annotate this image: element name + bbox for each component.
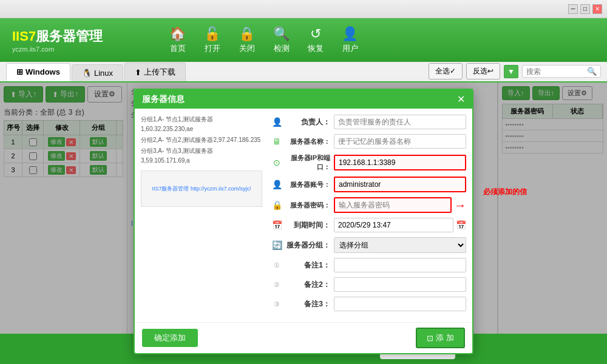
add-button[interactable]: ⊡ 添 加: [416, 328, 465, 348]
manager-label: 负责人：: [285, 117, 334, 127]
upload-icon: ⬆: [135, 68, 141, 77]
form-row-group: 🔄 服务器分组： 选择分组: [268, 237, 466, 253]
manager-icon: 👤: [268, 117, 285, 127]
tab-windows[interactable]: ⊞ Windows: [6, 63, 70, 81]
modal-footer: 确定添加 ⊡ 添 加: [135, 322, 472, 353]
dropdown-icon: ▼: [507, 67, 515, 76]
nav-bar: 🏠 首页 🔓 打开 🔒 关闭 🔍 检测 ↺ 恢复 👤 用户: [163, 24, 364, 56]
close-button[interactable]: ✕: [592, 4, 602, 14]
app-subtitle: yczm.iis7.com: [12, 46, 103, 53]
note3-icon: ③: [268, 300, 285, 308]
minimize-button[interactable]: ─: [568, 4, 578, 14]
note1-label: 备注1：: [285, 260, 334, 271]
detect-icon: 🔍: [273, 26, 290, 42]
modal-overlay: 服务器信息 ✕ 分组1,A- 节点1,测试服务器1,60.32.235.230,…: [0, 83, 607, 334]
account-label: 服务器账号：: [285, 180, 334, 189]
nav-close-label: 关闭: [239, 43, 255, 54]
server-preview-text: 分组1,A- 节点1,测试服务器1,60.32.235.230,ae 分组2,A…: [141, 115, 262, 166]
manager-input[interactable]: [334, 115, 466, 129]
password-label: 服务器密码：: [285, 201, 334, 210]
group-select[interactable]: 选择分组: [334, 237, 466, 253]
required-hint: 必须添加的信: [483, 187, 527, 197]
tab-upload[interactable]: ⬆ 上传下载: [124, 62, 186, 81]
expire-icon: 📅: [268, 220, 285, 230]
nav-detect[interactable]: 🔍 检测: [267, 24, 296, 56]
note2-label: 备注2：: [285, 280, 334, 290]
note2-input[interactable]: [334, 277, 466, 292]
tab-upload-label: 上传下载: [144, 67, 175, 78]
note3-input[interactable]: [334, 297, 466, 311]
invert-button[interactable]: 反选↩: [466, 63, 500, 79]
form-row-account: 👤 服务器账号：: [268, 177, 466, 192]
search-input[interactable]: [526, 67, 587, 76]
tab-bar: ⊞ Windows 🐧 Linux ⬆ 上传下载 全选✓ 反选↩ ▼ 🔍: [0, 62, 607, 83]
form-row-ip: ⊙ 服务器IP和端口：: [268, 153, 466, 172]
nav-detect-label: 检测: [274, 43, 290, 54]
note2-icon: ②: [268, 281, 285, 289]
tab-bar-right: 全选✓ 反选↩ ▼ 🔍: [429, 63, 601, 81]
nav-restore[interactable]: ↺ 恢复: [302, 24, 330, 56]
account-input[interactable]: [334, 177, 466, 192]
maximize-button[interactable]: □: [580, 4, 590, 14]
nav-user-label: 用户: [342, 43, 358, 54]
modal-title: 服务器信息: [142, 94, 185, 105]
nav-open-label: 打开: [205, 43, 220, 54]
note1-icon: ①: [268, 261, 285, 269]
modal-form: 👤 负责人： 🖥 服务器名称： ⊙ 服务器IP和端口：: [268, 115, 466, 316]
form-row-expire: 📅 到期时间： 📅: [268, 218, 466, 232]
nav-home-label: 首页: [170, 43, 186, 54]
server-name-icon: 🖥: [268, 136, 285, 146]
nav-close[interactable]: 🔒 关闭: [232, 24, 261, 56]
modal-close-button[interactable]: ✕: [457, 93, 465, 105]
content-area: ⬆ 导入↑ ⬆ 导出↑ 设置⚙ 当前分类：全部 (总 3 台) 序号 选择 修改…: [0, 83, 607, 334]
calendar-icon[interactable]: 📅: [456, 220, 466, 230]
confirm-add-button[interactable]: 确定添加: [142, 329, 198, 347]
title-bar: ─ □ ✕: [0, 0, 607, 18]
main-header: IIS7服务器管理 yczm.iis7.com 🏠 首页 🔓 打开 🔒 关闭 🔍…: [0, 18, 607, 62]
form-row-manager: 👤 负责人：: [268, 115, 466, 129]
server-info-modal: 服务器信息 ✕ 分组1,A- 节点1,测试服务器1,60.32.235.230,…: [134, 89, 473, 354]
server-name-input[interactable]: [334, 134, 466, 149]
password-input[interactable]: [334, 197, 452, 213]
dropdown-button[interactable]: ▼: [504, 65, 518, 78]
expire-input[interactable]: [334, 218, 453, 232]
search-box: 🔍: [522, 65, 601, 78]
tab-linux-label: Linux: [94, 69, 113, 78]
nav-home[interactable]: 🏠 首页: [163, 24, 192, 56]
nav-restore-label: 恢复: [308, 43, 324, 54]
form-row-server-name: 🖥 服务器名称：: [268, 134, 466, 149]
ip-input[interactable]: [334, 155, 466, 170]
note1-input[interactable]: [334, 258, 466, 272]
linux-icon: 🐧: [82, 69, 92, 78]
form-row-note3: ③ 备注3：: [268, 297, 466, 311]
ip-label: 服务器IP和端口：: [285, 153, 334, 172]
modal-preview-image: IIS7服务器管理 http://yczm.iis7.com/syjc/: [141, 170, 262, 207]
tab-linux[interactable]: 🐧 Linux: [72, 64, 123, 81]
close-icon: 🔒: [239, 26, 255, 42]
form-row-note2: ② 备注2：: [268, 277, 466, 292]
password-icon: 🔒: [268, 200, 285, 210]
form-row-note1: ① 备注1：: [268, 258, 466, 272]
app-name: IIS7服务器管理: [12, 27, 103, 46]
open-icon: 🔓: [204, 26, 220, 42]
preview-line-2: 分组2,A- 节点2,测试服务器2,97.247.186.235: [141, 135, 262, 145]
add-icon: ⊡: [427, 334, 433, 343]
app-logo: IIS7服务器管理 yczm.iis7.com: [12, 27, 103, 53]
window-controls: ─ □ ✕: [568, 4, 602, 14]
note3-label: 备注3：: [285, 299, 334, 309]
preview-url: IIS7服务器管理 http://yczm.iis7.com/syjc/: [152, 185, 251, 193]
form-row-password: 🔒 服务器密码： →: [268, 197, 466, 213]
search-icon: 🔍: [587, 67, 597, 76]
home-icon: 🏠: [169, 26, 186, 42]
modal-title-bar: 服务器信息 ✕: [135, 90, 472, 109]
expire-label: 到期时间：: [285, 220, 334, 231]
windows-icon: ⊞: [16, 67, 23, 76]
modal-body: 分组1,A- 节点1,测试服务器1,60.32.235.230,ae 分组2,A…: [135, 109, 472, 322]
nav-open[interactable]: 🔓 打开: [198, 24, 226, 56]
restore-icon: ↺: [310, 26, 321, 42]
tab-windows-label: Windows: [25, 67, 60, 76]
select-all-button[interactable]: 全选✓: [429, 63, 463, 79]
preview-line-3: 分组3,A- 节点3,测试服务器3,59.105.171.69,a: [141, 146, 262, 166]
required-arrow: →: [454, 198, 466, 212]
nav-user[interactable]: 👤 用户: [336, 24, 364, 56]
